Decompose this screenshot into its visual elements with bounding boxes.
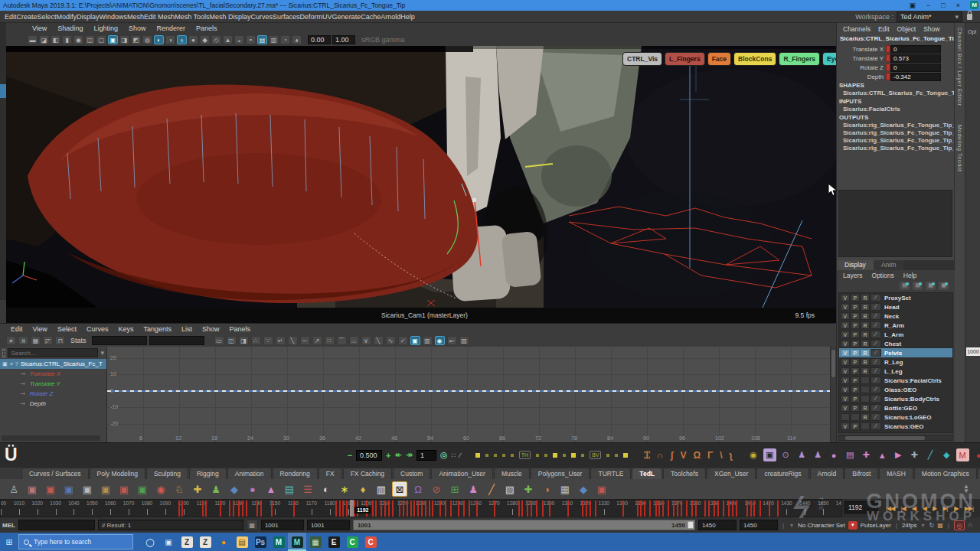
keyframe-tick[interactable]	[202, 500, 204, 517]
menu-edit-mesh[interactable]: Edit Mesh	[144, 13, 175, 21]
camtasia-red-icon[interactable]: C	[361, 533, 380, 551]
playback-end-field[interactable]: 1450	[698, 520, 737, 530]
loop-icon[interactable]: ↻	[929, 522, 934, 529]
auto-key-icon[interactable]: ◎	[954, 520, 965, 530]
display-button-face[interactable]: Face	[707, 52, 731, 66]
epic-games-icon[interactable]: E	[325, 533, 343, 551]
character-set-menu[interactable]: No Character Set	[798, 522, 845, 529]
keyframe-tick[interactable]	[229, 500, 230, 517]
keyframe-tick[interactable]	[746, 500, 748, 517]
chevron-down-icon[interactable]: ▾	[100, 349, 104, 357]
layer-color-swatch[interactable]: ∕	[871, 358, 881, 366]
graph-tangent-icon[interactable]: ⌓	[349, 336, 359, 345]
shelf-tool-icon[interactable]: ✚	[190, 481, 205, 497]
layer-row[interactable]: VP∕Sicarius:FacialCtrls	[839, 376, 952, 385]
cortana-icon[interactable]: ◯	[141, 533, 159, 551]
viewport-toolbar-icon[interactable]: ◪	[39, 35, 49, 44]
layer-playback-toggle[interactable]: P	[851, 377, 860, 384]
new-layer-move-icon[interactable]: ▦	[939, 282, 949, 290]
layer-menu-options[interactable]: Options	[872, 272, 894, 279]
shelf-tool-icon[interactable]: ▦	[557, 481, 573, 497]
layer-color-swatch[interactable]: ∕	[871, 303, 881, 311]
graph-toolbar-icon[interactable]: ▦	[31, 336, 41, 345]
keyframe-tick[interactable]	[403, 500, 404, 517]
layer-playback-toggle[interactable]: P	[851, 312, 860, 320]
layer-visible-toggle[interactable]: V	[841, 404, 850, 412]
keyframe-tick[interactable]	[256, 500, 258, 517]
graph-tangent-icon[interactable]: ⌒	[337, 336, 347, 345]
shelf-tab-xgen-user[interactable]: XGen_User	[707, 468, 756, 479]
tangent-shape-icon[interactable]: \	[720, 450, 722, 461]
keyframe-tick[interactable]	[549, 500, 550, 517]
viewport-toolbar-icon[interactable]: ◫	[85, 35, 95, 44]
keyframe-tick[interactable]	[233, 500, 234, 517]
layer-row[interactable]: VP∕Glass:GEO	[839, 385, 952, 394]
shelf-tool-icon[interactable]: ▣	[61, 481, 77, 497]
shelf-tool-icon[interactable]: ☰	[300, 481, 315, 497]
layer-visible-toggle[interactable]: V	[841, 294, 850, 302]
keyframe-tick[interactable]	[644, 500, 645, 517]
anim-layer-menu[interactable]: PulseLayer	[861, 522, 891, 529]
maya-doc-icon[interactable]: M	[270, 533, 288, 551]
restore-icon[interactable]: ▣	[910, 2, 916, 9]
anim-tool-icon[interactable]: ▶	[892, 448, 905, 461]
layer-visible-toggle[interactable]: V	[841, 395, 850, 403]
keyframe-tick[interactable]	[429, 500, 430, 517]
keyframe-tick[interactable]	[531, 500, 532, 517]
shelf-tool-icon[interactable]: ♙	[6, 481, 21, 497]
layer-color-swatch[interactable]: ∕	[871, 367, 881, 375]
menu-help[interactable]: Help	[400, 13, 415, 21]
playback-button[interactable]: ◀	[920, 504, 929, 514]
camtasia-green-icon[interactable]: C	[343, 533, 361, 551]
shelf-tool-icon[interactable]: ◑	[539, 481, 554, 497]
playback-button[interactable]: ▶|	[940, 504, 949, 514]
graph-channel-depth[interactable]: ⊸Depth	[0, 399, 106, 409]
keyframe-tick[interactable]	[736, 500, 737, 517]
next-arrow-icon[interactable]: ↠	[406, 450, 413, 460]
shelf-tool-icon[interactable]: ♟	[208, 481, 224, 497]
keyframe-tick[interactable]	[220, 500, 221, 517]
layer-visible-toggle[interactable]: V	[841, 349, 850, 357]
graph-menu-view[interactable]: View	[33, 325, 47, 333]
keyframe-tick[interactable]	[662, 500, 664, 517]
decrement-button[interactable]: −	[348, 451, 352, 460]
graph-toolbar-icon[interactable]: ◸	[43, 336, 53, 345]
shelf-tool-icon[interactable]: ♟	[466, 481, 481, 497]
layer-reference-toggle[interactable]: R	[861, 321, 870, 329]
layer-playback-toggle[interactable]: P	[851, 349, 860, 357]
keyframe-tick[interactable]	[582, 500, 583, 517]
menu-generate[interactable]: Generate	[332, 13, 361, 21]
anim-tool-icon[interactable]: ◆	[940, 448, 953, 461]
viewport-toolbar-icon[interactable]: ▣	[108, 35, 118, 44]
menu-select[interactable]: Select	[38, 13, 57, 21]
keyframe-tick[interactable]	[723, 500, 724, 517]
layer-reference-toggle[interactable]: R	[861, 294, 870, 302]
shelf-tool-icon[interactable]: ⊠	[392, 481, 407, 497]
zbrush-icon[interactable]: Z	[178, 533, 196, 551]
keyframe-tick[interactable]	[342, 500, 344, 517]
photoshop-icon[interactable]: Ps	[251, 533, 270, 551]
layer-reference-toggle[interactable]	[861, 422, 870, 430]
shelf-tool-icon[interactable]: ▧	[502, 481, 518, 497]
keyframe-tick[interactable]	[181, 500, 183, 517]
layer-visible-toggle[interactable]: V	[841, 331, 850, 338]
range-start-field[interactable]: 1001	[261, 520, 304, 530]
graph-tangent-icon[interactable]: ∿	[386, 336, 396, 345]
layer-visible-toggle[interactable]	[841, 413, 850, 421]
viewport-toolbar-icon[interactable]: ▮	[62, 35, 72, 44]
keyframe-tick[interactable]	[567, 500, 569, 517]
keyframe-tick[interactable]	[686, 500, 688, 517]
display-button-eyeaim[interactable]: EyeAim	[822, 52, 836, 66]
menu-create[interactable]: Create	[17, 13, 38, 21]
layer-color-swatch[interactable]: ∕	[871, 395, 881, 403]
menu-mesh-tools[interactable]: Mesh Tools	[175, 13, 209, 21]
menu-deform[interactable]: Deform	[300, 13, 323, 21]
range-slider-handle[interactable]	[688, 521, 694, 529]
keyframe-tick[interactable]	[242, 500, 243, 517]
keyframe-tick[interactable]	[410, 500, 412, 517]
viewport-toolbar-icon[interactable]: ◔	[280, 35, 290, 44]
layer-color-swatch[interactable]: ∕	[871, 331, 881, 338]
layer-row[interactable]: VPR∕ProxySet	[839, 293, 952, 302]
keyframe-tick[interactable]	[637, 500, 639, 517]
anim-tool-icon[interactable]: ✚	[860, 448, 873, 461]
